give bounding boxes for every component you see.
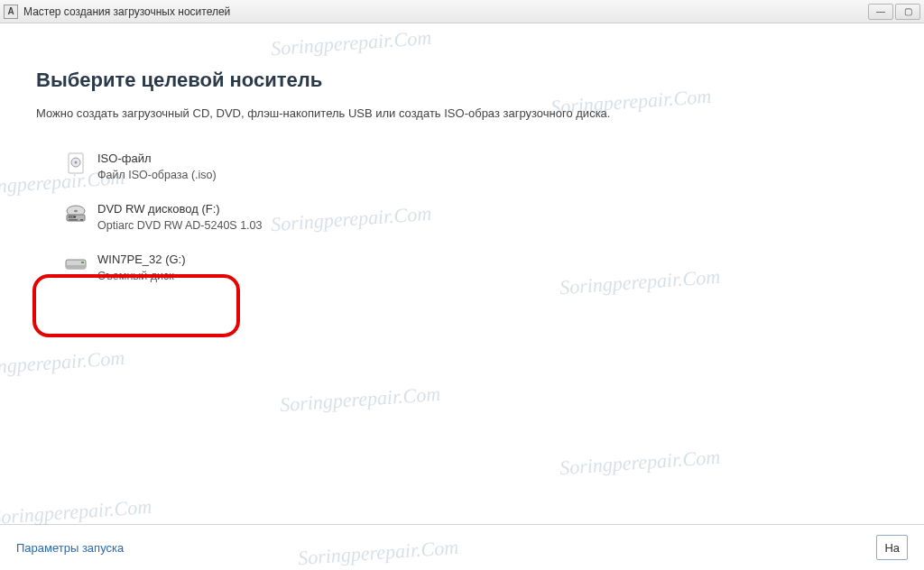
titlebar: A Мастер создания загрузочных носителей … (0, 0, 924, 23)
startup-params-link[interactable]: Параметры запуска (16, 541, 124, 555)
svg-rect-12 (81, 262, 84, 263)
svg-point-2 (75, 161, 78, 164)
window-controls: — ▢ (868, 4, 920, 20)
content-area: Выберите целевой носитель Можно создать … (0, 23, 924, 524)
minimize-icon: — (876, 6, 885, 16)
media-option-iso[interactable]: ISO-файл Файл ISO-образа (.iso) (56, 142, 888, 192)
svg-rect-11 (66, 265, 86, 269)
media-option-text: DVD RW дисковод (F:) Optiarc DVD RW AD-5… (97, 201, 262, 234)
media-option-usb[interactable]: WIN7PE_32 (G:) Съемный диск (56, 243, 888, 293)
maximize-icon: ▢ (904, 6, 912, 16)
page-title: Выберите целевой носитель (36, 69, 888, 92)
window-title: Мастер создания загрузочных носителей (23, 5, 868, 18)
media-list: ISO-файл Файл ISO-образа (.iso) DVD DVD … (36, 142, 888, 293)
media-option-desc: Файл ISO-образа (.iso) (97, 167, 217, 183)
next-button[interactable]: На (876, 535, 908, 560)
media-option-title: DVD RW дисковод (F:) (97, 201, 262, 217)
media-option-dvd[interactable]: DVD DVD RW дисковод (F:) Optiarc DVD RW … (56, 192, 888, 243)
app-icon-letter: A (7, 6, 14, 16)
svg-point-4 (74, 210, 78, 213)
svg-rect-6 (69, 219, 78, 221)
media-option-text: WIN7PE_32 (G:) Съемный диск (97, 252, 186, 284)
media-option-desc: Optiarc DVD RW AD-5240S 1.03 (97, 217, 262, 234)
iso-file-icon (63, 151, 88, 176)
media-option-text: ISO-файл Файл ISO-образа (.iso) (97, 151, 217, 183)
page-subtitle: Можно создать загрузочный CD, DVD, флэш-… (36, 106, 888, 120)
footer: Параметры запуска На (0, 524, 924, 570)
media-option-title: ISO-файл (97, 151, 217, 167)
removable-drive-icon (63, 252, 88, 277)
maximize-button[interactable]: ▢ (895, 4, 920, 20)
app-icon: A (4, 5, 18, 19)
svg-text:DVD: DVD (69, 216, 74, 217)
media-option-title: WIN7PE_32 (G:) (97, 252, 186, 268)
svg-rect-7 (80, 219, 83, 221)
dvd-drive-icon: DVD (63, 201, 88, 226)
media-option-desc: Съемный диск (97, 268, 186, 284)
minimize-button[interactable]: — (868, 4, 893, 20)
